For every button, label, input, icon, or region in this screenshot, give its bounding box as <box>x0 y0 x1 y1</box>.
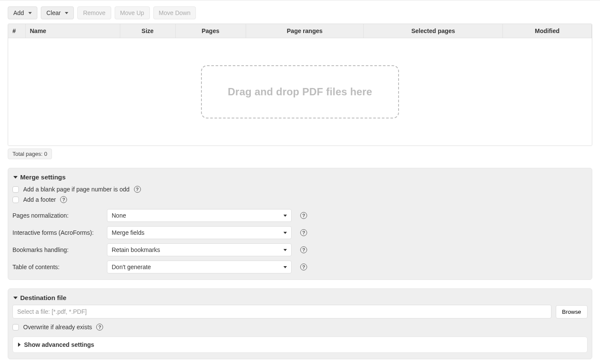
destination-file-input[interactable] <box>12 305 551 318</box>
total-pages-status: Total pages: 0 <box>8 149 52 159</box>
bookmarks-select[interactable]: Retain bookmarks <box>107 243 292 256</box>
pages-normalization-label: Pages normalization: <box>12 212 103 219</box>
chevron-down-icon <box>28 12 32 14</box>
destination-file-panel: Destination file Browse Overwrite if alr… <box>8 288 592 359</box>
browse-button[interactable]: Browse <box>556 305 588 318</box>
pages-normalization-value: None <box>112 212 126 219</box>
col-modified[interactable]: Modified <box>503 24 592 38</box>
toc-select[interactable]: Don't generate <box>107 261 292 273</box>
col-pages[interactable]: Pages <box>175 24 246 38</box>
chevron-right-icon <box>18 343 21 347</box>
destination-file-title: Destination file <box>20 294 67 301</box>
toc-value: Don't generate <box>112 264 151 270</box>
move-up-button: Move Up <box>115 6 150 19</box>
overwrite-label: Overwrite if already exists <box>23 324 92 331</box>
merge-settings-title: Merge settings <box>20 173 66 181</box>
merge-settings-header[interactable]: Merge settings <box>12 172 588 184</box>
col-selected-pages[interactable]: Selected pages <box>364 24 503 38</box>
chevron-down-icon <box>283 249 287 251</box>
chevron-down-icon <box>13 297 18 299</box>
dropzone-area[interactable]: Drag and drop PDF files here <box>8 38 592 146</box>
dropzone-text: Drag and drop PDF files here <box>228 86 372 98</box>
move-up-button-label: Move Up <box>120 9 144 16</box>
acroforms-select[interactable]: Merge fields <box>107 226 292 239</box>
acroforms-value: Merge fields <box>112 229 144 236</box>
file-table: # Name Size Pages Page ranges Selected p… <box>8 24 592 146</box>
help-icon[interactable]: ? <box>134 186 141 193</box>
add-button-label: Add <box>13 9 24 16</box>
help-icon[interactable]: ? <box>300 246 307 253</box>
help-icon[interactable]: ? <box>300 229 307 236</box>
toolbar: Add Clear Remove Move Up Move Down <box>8 6 592 19</box>
dropzone[interactable]: Drag and drop PDF files here <box>201 65 399 118</box>
chevron-down-icon <box>283 232 287 234</box>
remove-button: Remove <box>77 6 111 19</box>
toc-label: Table of contents: <box>12 264 103 270</box>
acroforms-label: Interactive forms (AcroForms): <box>12 229 103 236</box>
show-advanced-settings[interactable]: Show advanced settings <box>12 337 588 353</box>
label-add-footer: Add a footer <box>23 196 56 203</box>
chevron-down-icon <box>65 12 68 14</box>
clear-button[interactable]: Clear <box>41 6 74 19</box>
clear-button-label: Clear <box>46 9 61 16</box>
checkbox-add-blank-page[interactable] <box>12 186 19 193</box>
help-icon[interactable]: ? <box>300 264 307 270</box>
advanced-settings-label: Show advanced settings <box>24 341 94 348</box>
bookmarks-value: Retain bookmarks <box>112 246 160 253</box>
label-add-blank-page: Add a blank page if page number is odd <box>23 186 130 193</box>
col-num[interactable]: # <box>8 24 25 38</box>
add-button[interactable]: Add <box>8 6 37 19</box>
bookmarks-label: Bookmarks handling: <box>12 246 103 253</box>
file-table-head: # Name Size Pages Page ranges Selected p… <box>8 24 592 38</box>
chevron-down-icon <box>283 215 287 217</box>
col-size[interactable]: Size <box>120 24 175 38</box>
checkbox-overwrite[interactable] <box>12 324 19 331</box>
merge-settings-panel: Merge settings Add a blank page if page … <box>8 168 592 280</box>
col-name[interactable]: Name <box>25 24 120 38</box>
help-icon[interactable]: ? <box>60 196 67 203</box>
col-page-ranges[interactable]: Page ranges <box>246 24 364 38</box>
move-down-button: Move Down <box>153 6 196 19</box>
destination-file-header[interactable]: Destination file <box>12 292 588 305</box>
chevron-down-icon <box>283 266 287 268</box>
pages-normalization-select[interactable]: None <box>107 209 292 222</box>
help-icon[interactable]: ? <box>300 212 307 219</box>
move-down-button-label: Move Down <box>159 9 191 16</box>
help-icon[interactable]: ? <box>96 324 103 331</box>
chevron-down-icon <box>13 176 18 179</box>
remove-button-label: Remove <box>83 9 105 16</box>
checkbox-add-footer[interactable] <box>12 197 19 203</box>
